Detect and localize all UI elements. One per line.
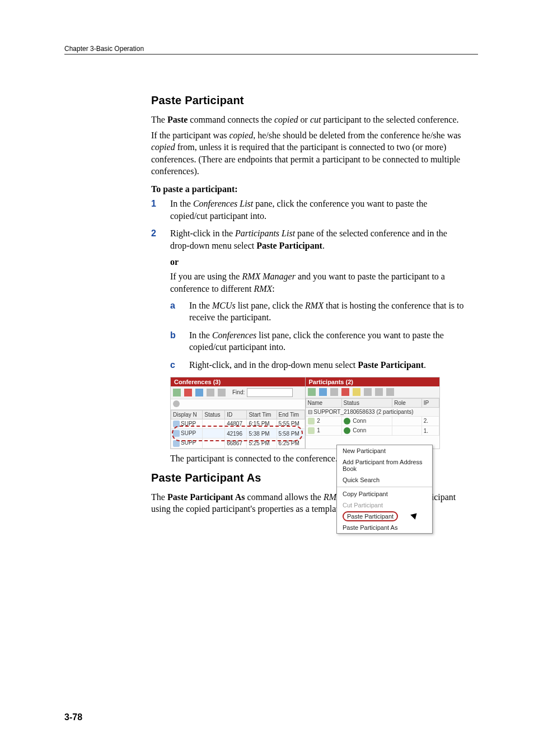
add-participant-icon[interactable]	[308, 388, 316, 396]
text-italic: copied	[151, 142, 175, 152]
cell: 5:38 PM	[247, 428, 277, 438]
add-icon[interactable]	[173, 389, 181, 396]
text: list pane, click the	[236, 301, 305, 310]
menu-paste-participant-as[interactable]: Paste Participant As	[337, 522, 432, 533]
col-ip[interactable]: IP	[421, 398, 439, 407]
text-italic: copied	[229, 130, 254, 140]
text-bold: Paste	[167, 115, 188, 124]
text: Right-click in the	[170, 228, 235, 238]
menu-add-from-addressbook[interactable]: Add Participant from Address Book	[337, 456, 432, 474]
cell: 66867	[225, 438, 247, 448]
col-status[interactable]: Status	[203, 410, 225, 419]
col-end[interactable]: End Tim	[277, 410, 305, 419]
col-start[interactable]: Start Tim	[247, 410, 277, 419]
tool-icon[interactable]	[364, 388, 372, 396]
text: The	[151, 492, 167, 502]
cell: 1.	[421, 426, 439, 435]
conference-icon	[173, 440, 180, 447]
table-row-selected[interactable]: SUPP 42196 5:38 PM 5:58 PM	[171, 428, 305, 438]
col-role[interactable]: Role	[392, 398, 421, 407]
step-number: 2	[151, 227, 156, 240]
cell: 6:25 PM	[277, 438, 305, 448]
menu-cut-participant[interactable]: Cut Participant	[337, 500, 432, 511]
substep-c: c Right-click, and in the drop-down menu…	[170, 359, 464, 371]
text: Right-click, and in the drop-down menu s…	[189, 360, 358, 370]
participants-title: Participants (2)	[306, 377, 440, 386]
conferences-pane: Conferences (3) Find:	[171, 377, 306, 449]
cell: 1	[317, 427, 320, 433]
find-label: Find:	[232, 389, 245, 395]
menu-quick-search[interactable]: Quick Search	[337, 474, 432, 486]
highlight-oval-menu: Paste Participant	[343, 511, 398, 521]
mute-icon[interactable]	[353, 388, 360, 396]
tool-icon[interactable]	[386, 388, 394, 396]
text-bold: Paste Participant	[358, 360, 424, 370]
text: , he/she should be deleted from the conf…	[253, 130, 461, 140]
text: If you are using the	[170, 272, 242, 281]
find-input[interactable]	[247, 388, 293, 397]
text-italic: MCUs	[212, 301, 236, 310]
substep-a: a In the MCUs list pane, click the RMX t…	[170, 300, 464, 324]
cell: 44807	[225, 419, 247, 428]
record-icon[interactable]	[207, 389, 214, 396]
text: In the	[170, 199, 193, 208]
conferences-title: Conferences (3)	[171, 377, 305, 386]
addressbook-icon[interactable]	[319, 388, 327, 396]
participants-pane: Participants (2) Name	[306, 377, 440, 449]
cursor-icon	[412, 512, 419, 521]
menu-separator	[337, 487, 432, 487]
tool-icon[interactable]	[375, 388, 383, 396]
substep-b: b In the Conferences list pane, click th…	[170, 329, 464, 353]
col-status[interactable]: Status	[341, 398, 392, 407]
cell: SUPP	[181, 440, 196, 446]
menu-new-participant[interactable]: New Participant	[337, 445, 432, 456]
search-icon[interactable]	[173, 400, 180, 407]
text: :	[272, 284, 274, 293]
text: or	[298, 115, 310, 124]
context-menu: New Participant Add Participant from Add…	[336, 445, 433, 534]
embedded-screenshot: Conferences (3) Find:	[170, 377, 440, 449]
table-row[interactable]: SUPP 66867 5:25 PM 6:25 PM	[171, 438, 305, 448]
substep-letter: a	[170, 300, 175, 312]
step-1: 1 In the Conferences List pane, click th…	[151, 198, 464, 222]
conference-icon	[173, 421, 180, 427]
para-paste-1: The Paste command connects the copied or…	[151, 114, 464, 126]
text: .	[424, 360, 426, 370]
text-italic: RMX	[254, 284, 272, 293]
status-connected-icon	[344, 418, 350, 424]
text-bold: Paste Participant As	[167, 492, 245, 502]
table-header-row: Display N Status ID Start Tim End Tim	[171, 410, 305, 419]
participant-icon	[308, 418, 315, 424]
delete-icon[interactable]	[184, 389, 192, 396]
cell: SUPP	[181, 430, 196, 436]
cell: 5:55 PM	[277, 419, 305, 428]
text-bold: Paste Participant	[256, 241, 322, 250]
step-number: 1	[151, 198, 156, 210]
after-or-para: If you are using the RMX Manager and you…	[170, 270, 464, 295]
substep-letter: c	[170, 359, 175, 371]
text: If the participant was	[151, 130, 229, 140]
text-italic: copied	[274, 115, 298, 124]
text-italic: RMX	[305, 301, 324, 310]
table-row[interactable]: SUPP 44807 6:15 PM 5:55 PM	[171, 419, 305, 428]
layout-icon[interactable]	[195, 389, 203, 396]
cell: 42196	[225, 428, 247, 438]
step-2: 2 Right-click in the Participants List p…	[151, 227, 464, 251]
cell: Conn	[353, 418, 366, 424]
tool-icon[interactable]	[330, 388, 338, 396]
group-row[interactable]: ⊟ SUPPORT_2180658633 (2 participants)	[306, 407, 439, 416]
conferences-table: Display N Status ID Start Tim End Tim SU…	[171, 410, 305, 449]
chapter-header: Chapter 3-Basic Operation	[64, 45, 478, 53]
header-rule	[64, 54, 478, 55]
substep-letter: b	[170, 329, 176, 342]
table-row[interactable]: 1 Conn 1.	[306, 426, 439, 435]
or-text: or	[170, 257, 464, 267]
col-display[interactable]: Display N	[171, 410, 203, 419]
col-name[interactable]: Name	[306, 398, 341, 407]
col-id[interactable]: ID	[225, 410, 247, 419]
cell: 5:25 PM	[247, 438, 277, 448]
remove-icon[interactable]	[341, 388, 349, 396]
menu-copy-participant[interactable]: Copy Participant	[337, 488, 432, 500]
pause-icon[interactable]	[218, 389, 226, 396]
table-row[interactable]: 2 Conn 2.	[306, 416, 439, 426]
